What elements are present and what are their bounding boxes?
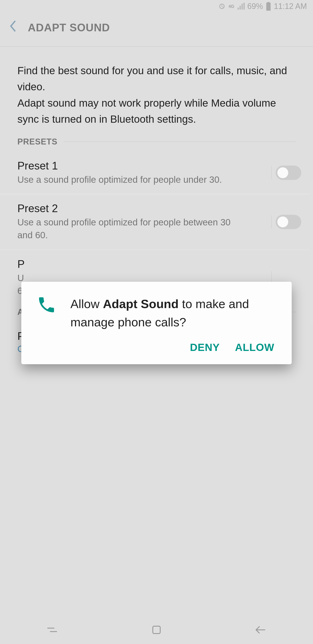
back-nav-button[interactable] — [254, 623, 267, 636]
deny-button[interactable]: DENY — [190, 338, 220, 357]
permission-dialog: Allow Adapt Sound to make and manage pho… — [21, 282, 292, 364]
toggle-divider — [271, 216, 272, 228]
page-description: Find the best sound for you and use it f… — [0, 53, 313, 137]
toggle-knob — [277, 216, 288, 227]
preset-title: Preset 2 — [17, 202, 271, 215]
phone-icon — [36, 295, 56, 315]
preset-2-toggle[interactable] — [276, 215, 301, 229]
preset-1-item[interactable]: Preset 1 Use a sound profile optimized f… — [0, 152, 313, 194]
preset-title: Preset 1 — [17, 160, 271, 172]
preset-subtitle: Use a sound profile optimized for people… — [17, 174, 235, 186]
svg-rect-1 — [153, 626, 160, 634]
dialog-message: Allow Adapt Sound to make and manage pho… — [70, 295, 277, 331]
presets-section-header: PRESETS — [0, 137, 313, 146]
home-button[interactable] — [150, 623, 163, 636]
preset-subtitle: Use a sound profile optimized for people… — [17, 216, 235, 242]
section-divider — [63, 142, 296, 142]
preset-2-item[interactable]: Preset 2 Use a sound profile optimized f… — [0, 194, 313, 250]
preset-1-toggle[interactable] — [276, 166, 301, 180]
recents-button[interactable] — [46, 623, 59, 636]
preset-title: P — [17, 258, 271, 270]
toggle-divider — [271, 166, 272, 179]
allow-button[interactable]: ALLOW — [235, 338, 274, 357]
scroll-indicator[interactable] — [310, 180, 313, 324]
presets-label: PRESETS — [17, 137, 63, 146]
toggle-knob — [277, 167, 288, 178]
navigation-bar — [0, 616, 313, 644]
